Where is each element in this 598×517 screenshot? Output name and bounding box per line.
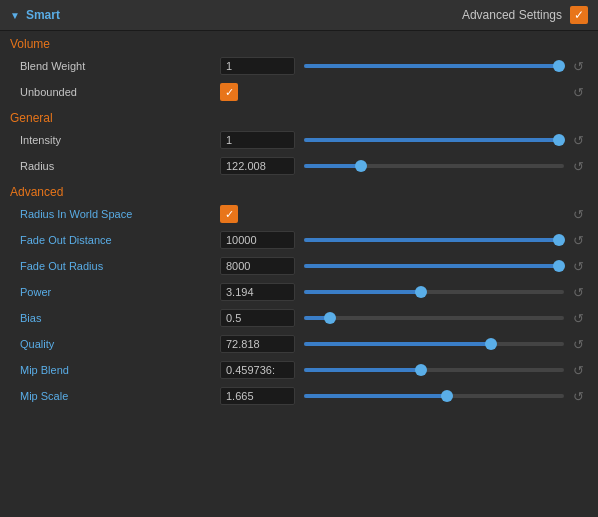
radius-world-check-icon: ✓: [225, 208, 234, 221]
intensity-row: Intensity ↺: [0, 127, 598, 153]
check-icon: ✓: [574, 8, 584, 22]
bias-label: Bias: [20, 312, 220, 324]
power-slider[interactable]: [300, 290, 568, 294]
unbounded-reset[interactable]: ↺: [568, 85, 588, 100]
power-reset[interactable]: ↺: [568, 285, 588, 300]
unbounded-value-container: ✓: [220, 83, 300, 101]
mip-blend-row: Mip Blend ↺: [0, 357, 598, 383]
radius-world-reset[interactable]: ↺: [568, 207, 588, 222]
mip-blend-slider[interactable]: [300, 368, 568, 372]
unbounded-label: Unbounded: [20, 86, 220, 98]
fade-out-distance-row: Fade Out Distance ↺: [0, 227, 598, 253]
radius-row: Radius ↺: [0, 153, 598, 179]
power-row: Power ↺: [0, 279, 598, 305]
quality-slider[interactable]: [300, 342, 568, 346]
bias-slider[interactable]: [300, 316, 568, 320]
mip-scale-input[interactable]: [220, 387, 295, 405]
fade-out-distance-slider[interactable]: [300, 238, 568, 242]
intensity-label: Intensity: [20, 134, 220, 146]
mip-scale-slider[interactable]: [300, 394, 568, 398]
intensity-input[interactable]: [220, 131, 295, 149]
smart-panel: ▼ Smart Advanced Settings ✓ Volume Blend…: [0, 0, 598, 409]
advanced-settings-checkbox[interactable]: ✓: [570, 6, 588, 24]
advanced-settings-area: Advanced Settings ✓: [462, 6, 588, 24]
radius-label: Radius: [20, 160, 220, 172]
fade-out-distance-label: Fade Out Distance: [20, 234, 220, 246]
mip-blend-label: Mip Blend: [20, 364, 220, 376]
top-bar: ▼ Smart Advanced Settings ✓: [0, 0, 598, 31]
fade-out-radius-input[interactable]: [220, 257, 295, 275]
fade-out-radius-label: Fade Out Radius: [20, 260, 220, 272]
fade-out-radius-slider[interactable]: [300, 264, 568, 268]
mip-scale-row: Mip Scale ↺: [0, 383, 598, 409]
intensity-slider[interactable]: [300, 138, 568, 142]
mip-scale-value-container: [220, 387, 300, 405]
fade-out-distance-reset[interactable]: ↺: [568, 233, 588, 248]
unbounded-checkbox[interactable]: ✓: [220, 83, 238, 101]
radius-world-value-container: ✓: [220, 205, 300, 223]
unbounded-row: Unbounded ✓ ↺: [0, 79, 598, 105]
quality-value-container: [220, 335, 300, 353]
blend-weight-value-container: [220, 57, 300, 75]
power-value-container: [220, 283, 300, 301]
mip-scale-label: Mip Scale: [20, 390, 220, 402]
quality-reset[interactable]: ↺: [568, 337, 588, 352]
radius-reset[interactable]: ↺: [568, 159, 588, 174]
panel-title: Smart: [26, 8, 60, 22]
intensity-value-container: [220, 131, 300, 149]
intensity-reset[interactable]: ↺: [568, 133, 588, 148]
blend-weight-reset[interactable]: ↺: [568, 59, 588, 74]
quality-input[interactable]: [220, 335, 295, 353]
quality-label: Quality: [20, 338, 220, 350]
fade-out-radius-value-container: [220, 257, 300, 275]
advanced-section-label: Advanced: [0, 179, 598, 201]
advanced-settings-label: Advanced Settings: [462, 8, 562, 22]
radius-world-row: Radius In World Space ✓ ↺: [0, 201, 598, 227]
bias-input[interactable]: [220, 309, 295, 327]
bias-value-container: [220, 309, 300, 327]
general-section-label: General: [0, 105, 598, 127]
mip-blend-reset[interactable]: ↺: [568, 363, 588, 378]
volume-section-label: Volume: [0, 31, 598, 53]
power-input[interactable]: [220, 283, 295, 301]
quality-row: Quality ↺: [0, 331, 598, 357]
fade-out-radius-reset[interactable]: ↺: [568, 259, 588, 274]
power-label: Power: [20, 286, 220, 298]
blend-weight-slider[interactable]: [300, 64, 568, 68]
mip-blend-value-container: [220, 361, 300, 379]
chevron-icon: ▼: [10, 10, 20, 21]
radius-world-label: Radius In World Space: [20, 208, 220, 220]
radius-input[interactable]: [220, 157, 295, 175]
radius-world-checkbox[interactable]: ✓: [220, 205, 238, 223]
fade-out-distance-input[interactable]: [220, 231, 295, 249]
bias-reset[interactable]: ↺: [568, 311, 588, 326]
blend-weight-row: Blend Weight ↺: [0, 53, 598, 79]
unbounded-check-icon: ✓: [225, 86, 234, 99]
blend-weight-label: Blend Weight: [20, 60, 220, 72]
radius-value-container: [220, 157, 300, 175]
mip-blend-input[interactable]: [220, 361, 295, 379]
mip-scale-reset[interactable]: ↺: [568, 389, 588, 404]
panel-title-area: ▼ Smart: [10, 8, 60, 22]
radius-slider[interactable]: [300, 164, 568, 168]
blend-weight-input[interactable]: [220, 57, 295, 75]
fade-out-distance-value-container: [220, 231, 300, 249]
fade-out-radius-row: Fade Out Radius ↺: [0, 253, 598, 279]
bias-row: Bias ↺: [0, 305, 598, 331]
